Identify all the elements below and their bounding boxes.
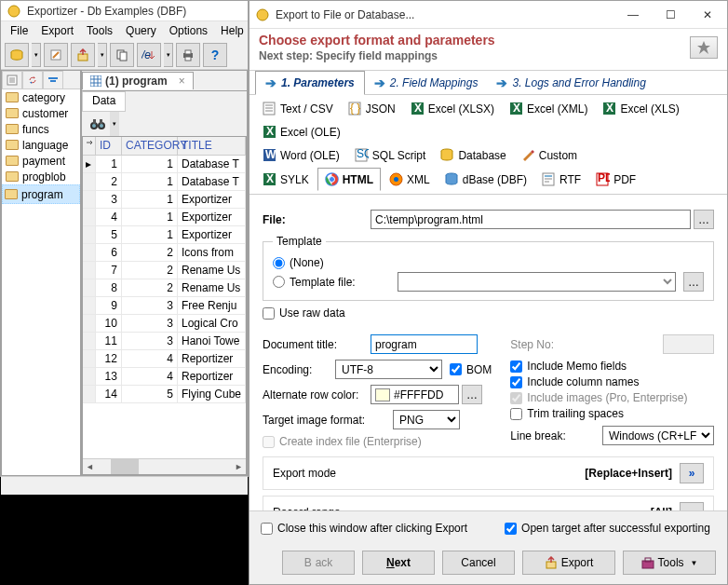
binoculars-icon[interactable] [89,117,106,130]
template-none-radio[interactable] [273,257,285,269]
table-row[interactable]: 51Exportizer [83,226,246,244]
alt-row-color-field[interactable]: #FFFFDD [371,385,459,404]
grid-header-category[interactable]: CATEGORY [122,137,178,155]
include-cols-check[interactable] [510,376,522,388]
export-dropdown[interactable]: ▾ [98,43,107,67]
include-memo-check[interactable] [510,361,522,373]
tools-button[interactable]: Tools▼ [623,551,716,575]
help-button[interactable]: ? [203,43,227,67]
doc-title-input[interactable] [371,334,478,354]
table-row[interactable]: 145Flying Cube [83,386,246,403]
step-mappings[interactable]: ➔2. Field Mappings [365,72,488,94]
table-row[interactable]: 134Reportizer [83,368,246,386]
format-tab-database[interactable]: Database [434,144,512,166]
minimize-button[interactable]: — [619,8,647,21]
tree-tab-refresh-icon[interactable] [22,71,43,89]
format-tab-excel-xml-[interactable]: XExcel (XML) [503,98,594,119]
data-tab[interactable]: Data [82,91,126,112]
format-tab-json[interactable]: { }JSON [342,98,402,119]
export-action-button[interactable]: Export [522,551,615,575]
format-tab-sylk[interactable]: XSYLK [256,168,316,191]
edit-button[interactable] [44,43,68,67]
tree-tab-list-icon[interactable] [2,71,22,89]
export-button[interactable] [71,43,95,67]
line-break-select[interactable]: Windows (CR+LF) [602,426,714,445]
export-mode-row: Export mode [Replace+Insert] » [263,456,714,490]
format-tab-word-ole-[interactable]: WWord (OLE) [256,144,346,166]
cancel-button[interactable]: Cancel [442,551,515,575]
find-dropdown[interactable]: ▾ [110,112,119,136]
grid-header-title[interactable]: TITLE [178,137,246,155]
table-row[interactable]: 93Free Renju [83,297,246,315]
target-img-select[interactable]: PNG [393,410,460,429]
table-row[interactable]: 41Exportizer [83,209,246,226]
tree-item-progblob[interactable]: progblob [2,169,80,184]
menu-export[interactable]: Export [41,24,74,37]
menu-options[interactable]: Options [169,24,208,37]
format-tab-text-csv[interactable]: Text / CSV [256,98,340,119]
print-button[interactable] [176,43,200,67]
trim-trailing-check[interactable] [510,408,522,420]
favorite-button[interactable] [690,36,718,59]
use-raw-data-check[interactable] [263,307,275,320]
tree-item-customer[interactable]: customer [2,105,80,121]
open-db-button[interactable] [5,43,29,67]
table-row[interactable]: 31Exportizer [83,191,246,209]
next-button[interactable]: Next [362,551,435,575]
format-tab-custom[interactable]: Custom [515,144,584,166]
maximize-button[interactable]: ☐ [656,8,684,21]
format-tab-html[interactable]: HTML [317,168,381,191]
tree-tab-filter-icon[interactable] [43,71,63,89]
close-button[interactable]: ✕ [694,8,721,21]
format-tab-dbase-dbf-[interactable]: dBase (DBF) [438,168,533,191]
file-input[interactable] [371,210,691,229]
browse-file-button[interactable]: … [694,210,714,229]
grid-header-id[interactable]: ID [96,137,122,155]
template-file-select[interactable] [398,272,676,292]
table-row[interactable]: 113Hanoi Towe [83,333,246,350]
close-after-check[interactable] [261,523,273,535]
encoding-select[interactable]: UTF-8 [335,360,442,379]
export-titlebar: Export to File or Database... — ☐ ✕ [249,1,727,29]
file-tab-program[interactable]: (1) program× [82,72,194,89]
menu-tools[interactable]: Tools [87,24,113,37]
format-tab-rtf[interactable]: RTF [535,168,587,191]
step-logs[interactable]: ➔3. Logs and Error Handling [487,72,654,94]
copy-button[interactable] [110,43,134,67]
horizontal-scrollbar[interactable]: ◄► [83,458,246,474]
menu-help[interactable]: Help [221,24,244,37]
export-mode-expand-button[interactable]: » [680,463,704,483]
table-row[interactable]: 103Logical Cro [83,315,246,333]
format-tab-xml[interactable]: XML [383,168,437,191]
format-tab-pdf[interactable]: PDFPDF [589,168,642,191]
tree-item-program[interactable]: program [2,184,80,204]
tree-item-label: customer [22,107,68,120]
menu-file[interactable]: File [10,24,28,37]
table-row[interactable]: 21Database T [83,173,246,191]
replace-button[interactable]: /e [137,43,161,67]
browse-template-button[interactable]: … [683,272,704,292]
format-tab-excel-ole-[interactable]: XExcel (OLE) [256,121,347,143]
close-tab-icon[interactable]: × [179,75,185,88]
open-db-dropdown[interactable]: ▾ [32,43,41,67]
replace-dropdown[interactable]: ▾ [164,43,173,67]
tree-item-funcs[interactable]: funcs [2,121,80,137]
bom-check[interactable] [450,363,462,375]
template-file-radio[interactable] [273,276,285,288]
table-row[interactable]: ▸11Database T [83,156,246,173]
tree-item-category[interactable]: category [2,89,80,105]
table-row[interactable]: 82Rename Us [83,279,246,297]
table-row[interactable]: 62Icons from [83,244,246,262]
format-tab-excel-xlsx-[interactable]: XExcel (XLSX) [404,98,501,119]
format-tab-excel-xls-[interactable]: XExcel (XLS) [596,98,685,119]
table-row[interactable]: 72Rename Us [83,262,246,279]
color-picker-button[interactable]: … [462,385,482,404]
menu-query[interactable]: Query [126,24,156,37]
tree-item-payment[interactable]: payment [2,153,80,169]
format-tab-sql-script[interactable]: SQLSQL Script [348,144,433,166]
tree-item-language[interactable]: language [2,137,80,153]
table-row[interactable]: 124Reportizer [83,350,246,368]
open-after-check[interactable] [505,523,517,535]
data-grid[interactable]: ID CATEGORY TITLE ▸11Database T21Databas… [82,136,247,475]
step-parameters[interactable]: ➔1. Parameters [255,71,365,95]
